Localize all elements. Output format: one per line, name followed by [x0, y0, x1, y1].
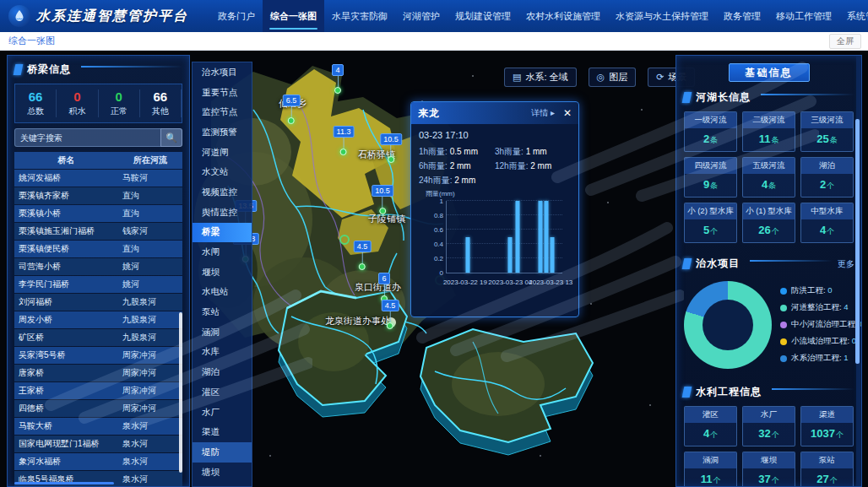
info-card[interactable]: 渠道 1037个: [800, 406, 854, 446]
info-card[interactable]: 灌区 4个: [684, 406, 737, 446]
search-icon[interactable]: 🔍: [160, 128, 182, 147]
nav-item[interactable]: 河湖管护: [395, 0, 448, 32]
station-marker[interactable]: 4: [332, 64, 344, 94]
card-label: 水厂: [743, 407, 795, 423]
layer-menu-item[interactable]: 重要节点: [193, 83, 252, 103]
panel-scrollbar-thumb[interactable]: [855, 119, 860, 364]
nav-item[interactable]: 政务门户: [210, 0, 263, 32]
info-card[interactable]: 二级河流 11条: [742, 111, 795, 152]
station-marker[interactable]: 6.5: [283, 95, 301, 124]
table-row[interactable]: 栗溪镇齐家桥 直沟: [14, 187, 182, 204]
breadcrumb[interactable]: 综合一张图: [0, 35, 55, 47]
station-marker[interactable]: 11.3: [334, 126, 355, 155]
layer-menu-item[interactable]: 渠道: [193, 422, 252, 442]
layer-menu-item[interactable]: 灌区: [193, 382, 252, 403]
layer-menu-item[interactable]: 泵站: [193, 302, 252, 322]
card-label: 三级河流: [801, 112, 853, 128]
table-row[interactable]: 栗溪镇小桥 直沟: [14, 205, 182, 222]
table-row[interactable]: 四德桥 周家冲河: [14, 400, 182, 417]
layer-menu-item[interactable]: 水库: [193, 343, 252, 363]
table-row[interactable]: 国家电网现墅门1福桥 泉水河: [14, 436, 182, 452]
basic-info-tab[interactable]: 基础信息: [729, 63, 810, 82]
map-control-button[interactable]: ◎ 图层: [589, 68, 637, 87]
river-section-header: 河湖长信息: [676, 84, 861, 108]
table-row[interactable]: 刘河福桥 九股泉河: [14, 294, 182, 311]
more-link[interactable]: 更多: [838, 258, 854, 270]
info-card[interactable]: 四级河流 9条: [684, 157, 737, 198]
info-card[interactable]: 小 (2) 型水库 5个: [684, 203, 737, 243]
layer-menu-item[interactable]: 涵洞: [193, 322, 252, 343]
river-name: 马鞍河: [118, 170, 182, 187]
table-vertical-scrollbar[interactable]: [179, 312, 182, 473]
table-row[interactable]: 矿区桥 九股泉河: [14, 329, 182, 346]
rain-metric: 1h雨量: 0.5 mm: [419, 144, 495, 159]
nav-item[interactable]: 政务管理: [716, 0, 768, 32]
station-marker[interactable]: 10.5: [372, 185, 393, 214]
layer-menu-item[interactable]: 湖泊: [193, 362, 252, 382]
map-control-button[interactable]: ▤ 水系: 全域: [504, 68, 577, 87]
table-row[interactable]: 马鞍大桥 泉水河: [14, 418, 182, 435]
bridge-name: 国家电网现墅门1福桥: [14, 436, 118, 452]
info-card[interactable]: 堰坝 37个: [742, 452, 795, 487]
station-marker[interactable]: 4.5: [382, 300, 399, 329]
layer-menu-item[interactable]: 堰坝: [193, 262, 252, 283]
layer-menu-item[interactable]: 水文站: [193, 162, 252, 182]
table-row[interactable]: 唐家桥 周家冲河: [14, 365, 182, 381]
table-row[interactable]: 吴家湾5号桥 周家冲河: [14, 347, 182, 364]
info-card[interactable]: 水厂 32个: [742, 406, 795, 446]
info-card[interactable]: 小 (1) 型水库 26个: [742, 203, 795, 243]
table-row[interactable]: 李学民门福桥 姚河: [14, 276, 182, 293]
station-marker[interactable]: 4.5: [354, 241, 372, 270]
info-card[interactable]: 三级河流 25条: [800, 111, 854, 152]
table-row[interactable]: 周发小桥 九股泉河: [14, 311, 182, 328]
card-value: 9条: [685, 174, 736, 197]
nav-item[interactable]: 移动工作管理: [768, 0, 839, 32]
table-row[interactable]: 栗溪镇便民桥 直沟: [14, 241, 182, 257]
table-row[interactable]: 栗溪镇施玉湘门福桥 钱家河: [14, 223, 182, 240]
bridge-name: 唐家桥: [14, 365, 118, 381]
layer-menu-item[interactable]: 监测预警: [193, 122, 252, 143]
station-marker[interactable]: 6: [378, 273, 390, 302]
layer-menu-item[interactable]: 治水项目: [193, 62, 252, 83]
layer-menu-item[interactable]: 堤防: [193, 442, 252, 463]
col-river: 所在河流: [118, 152, 182, 169]
layer-menu-item[interactable]: 塘坝: [193, 463, 252, 483]
layer-menu-item[interactable]: 水电站: [193, 283, 252, 303]
detail-link[interactable]: 详情 ▸: [531, 107, 555, 119]
info-card[interactable]: 一级河流 2条: [684, 111, 737, 152]
layer-menu-item[interactable]: 监控节点: [193, 102, 252, 122]
info-card[interactable]: 五级河流 4条: [742, 157, 795, 198]
search-input[interactable]: [14, 128, 160, 147]
table-row[interactable]: 姚河发福桥 马鞍河: [14, 170, 182, 187]
fullscreen-button[interactable]: 全屏: [829, 34, 861, 49]
info-card[interactable]: 泵站 27个: [800, 452, 854, 487]
info-card[interactable]: 湖泊 2个: [800, 157, 854, 198]
info-card[interactable]: 涵洞 11个: [684, 452, 737, 487]
layer-menu-item[interactable]: 视频监控: [193, 182, 252, 203]
nav-item[interactable]: 水资源与水土保持管理: [608, 0, 716, 32]
table-row[interactable]: 象河水福桥 泉水河: [14, 453, 182, 470]
table-row[interactable]: 王家桥 周家冲河: [14, 382, 182, 399]
station-marker[interactable]: 10.5: [380, 133, 402, 163]
nav-item[interactable]: 综合一张图: [263, 0, 324, 32]
layer-menu-item[interactable]: 水闸: [193, 242, 252, 262]
table-row[interactable]: 临泉5号福泉桥 泉水河: [14, 471, 182, 487]
close-icon[interactable]: ✕: [563, 107, 572, 119]
layer-menu-item[interactable]: 水厂: [193, 403, 252, 423]
section-bullet-icon: [682, 92, 692, 103]
table-row[interactable]: 司营海小桥 姚河: [14, 258, 182, 275]
nav-item[interactable]: 规划建设管理: [448, 0, 518, 32]
panel-scrollbar-track[interactable]: [856, 56, 860, 486]
nav-item[interactable]: 水旱灾害防御: [324, 0, 395, 32]
bridge-name: 李学民门福桥: [14, 276, 118, 293]
info-card[interactable]: 中型水库 4个: [800, 203, 854, 243]
nav-item[interactable]: 农村水利设施管理: [518, 0, 608, 32]
legend-dot-icon: [780, 288, 787, 295]
layer-menu-item[interactable]: 舆情监控: [193, 203, 252, 223]
table-horizontal-scrollbar[interactable]: [14, 482, 114, 484]
layer-menu-item[interactable]: 河道闸: [193, 143, 252, 163]
marker-stem: [343, 138, 344, 149]
marker-value: 4.5: [354, 241, 372, 252]
layer-menu-item[interactable]: 桥梁: [193, 223, 252, 243]
nav-item[interactable]: 系统管理: [839, 0, 868, 32]
